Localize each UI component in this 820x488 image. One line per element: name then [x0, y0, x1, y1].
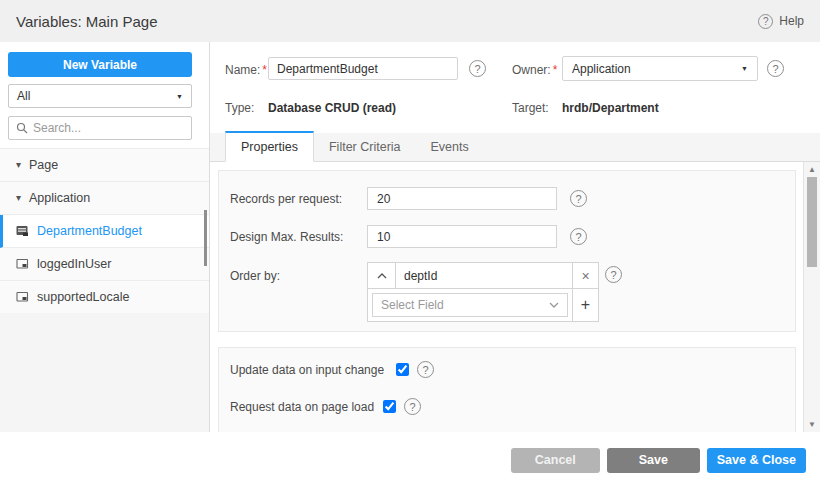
- scroll-up-icon[interactable]: ▲: [804, 165, 820, 174]
- type-label: Type:: [225, 101, 254, 115]
- variable-icon: [16, 291, 29, 303]
- required-asterisk: *: [553, 63, 558, 77]
- remove-order-field-button[interactable]: ×: [572, 263, 598, 288]
- owner-value: Application: [572, 62, 631, 76]
- variables-sidebar: New Variable All ▼ ▾ Page ▾ Application: [0, 42, 210, 432]
- update-on-input-row: Update data on input change ?: [230, 361, 434, 378]
- records-per-request-help-icon[interactable]: ?: [570, 190, 587, 207]
- order-by-label: Order by:: [230, 269, 280, 283]
- chevron-down-icon: [549, 302, 559, 308]
- search-icon: [16, 122, 28, 134]
- request-on-load-checkbox[interactable]: [383, 400, 396, 413]
- caret-down-icon: ▼: [741, 65, 748, 72]
- sidebar-scrollbar-thumb[interactable]: [204, 210, 207, 266]
- help-button[interactable]: ? Help: [758, 14, 804, 29]
- variables-dialog: Variables: Main Page ? Help New Variable…: [0, 0, 820, 488]
- select-field-dropdown[interactable]: Select Field: [372, 293, 568, 317]
- name-help-icon[interactable]: ?: [469, 60, 486, 77]
- order-by-widget: deptId × Select Field +: [367, 262, 599, 322]
- owner-help-icon[interactable]: ?: [767, 60, 784, 77]
- help-label: Help: [779, 14, 804, 28]
- owner-select[interactable]: Application ▼: [562, 56, 758, 81]
- request-on-load-label: Request data on page load: [230, 400, 375, 414]
- search-input[interactable]: [33, 121, 184, 135]
- tree-label: Application: [29, 191, 90, 205]
- scroll-down-icon[interactable]: ▼: [804, 420, 820, 429]
- design-max-results-input[interactable]: [367, 225, 557, 248]
- select-field-placeholder: Select Field: [381, 298, 444, 312]
- variables-tree: ▾ Page ▾ Application DepartmentBudget lo…: [0, 148, 209, 314]
- request-on-load-help-icon[interactable]: ?: [404, 398, 421, 415]
- tree-label: loggedInUser: [37, 257, 111, 271]
- new-variable-button[interactable]: New Variable: [8, 52, 192, 77]
- database-variable-icon: [16, 225, 29, 237]
- data-settings-panel: Records per request: ? Design Max. Resul…: [218, 170, 796, 332]
- cancel-button[interactable]: Cancel: [511, 448, 600, 473]
- tree-item-supportedlocale[interactable]: supportedLocale: [0, 281, 209, 314]
- design-max-results-help-icon[interactable]: ?: [570, 228, 587, 245]
- behavior-panel: Update data on input change ? Request da…: [218, 347, 796, 432]
- dialog-footer: Cancel Save Save & Close: [0, 432, 820, 488]
- variable-detail-pane: Name:* ? Owner:* Application ▼ ? Type: D…: [210, 42, 820, 432]
- variable-filter-select[interactable]: All ▼: [8, 84, 192, 108]
- scrollbar-thumb[interactable]: [807, 177, 817, 267]
- name-input[interactable]: [268, 57, 458, 80]
- variable-filter-value: All: [17, 89, 30, 103]
- save-and-close-button[interactable]: Save & Close: [707, 448, 806, 473]
- help-icon: ?: [758, 14, 773, 29]
- detail-tabs: Properties Filter Criteria Events: [210, 133, 820, 162]
- type-value: Database CRUD (read): [268, 101, 396, 115]
- caret-down-icon: ▼: [176, 93, 183, 100]
- update-on-input-checkbox[interactable]: [396, 363, 409, 376]
- tree-group-page[interactable]: ▾ Page: [0, 149, 209, 182]
- tree-label: supportedLocale: [37, 290, 129, 304]
- sidebar-empty-area: [0, 313, 209, 432]
- request-on-load-row: Request data on page load ?: [230, 398, 421, 415]
- tree-label: Page: [29, 158, 58, 172]
- page-title: Variables: Main Page: [16, 13, 157, 30]
- tree-group-application[interactable]: ▾ Application: [0, 182, 209, 215]
- dialog-header: Variables: Main Page ? Help: [0, 0, 820, 42]
- target-value: hrdb/Department: [562, 101, 659, 115]
- add-order-field-button[interactable]: +: [572, 289, 598, 321]
- order-by-row: deptId ×: [368, 263, 598, 289]
- owner-label: Owner:*: [512, 63, 557, 77]
- tree-label: DepartmentBudget: [37, 224, 142, 238]
- update-on-input-help-icon[interactable]: ?: [417, 361, 434, 378]
- records-per-request-input[interactable]: [367, 187, 557, 210]
- chevron-up-icon: [377, 273, 387, 279]
- caret-down-icon: ▾: [16, 160, 21, 170]
- caret-down-icon: ▾: [16, 193, 21, 203]
- save-button[interactable]: Save: [607, 448, 700, 473]
- order-by-add-row: Select Field +: [368, 289, 598, 321]
- sort-direction-toggle[interactable]: [368, 263, 396, 288]
- update-on-input-label: Update data on input change: [230, 363, 384, 377]
- tab-filter-criteria[interactable]: Filter Criteria: [314, 133, 416, 161]
- tree-item-departmentbudget[interactable]: DepartmentBudget: [0, 215, 209, 248]
- records-per-request-label: Records per request:: [230, 192, 342, 206]
- tab-events[interactable]: Events: [416, 133, 484, 161]
- properties-tab-content: Records per request: ? Design Max. Resul…: [210, 162, 820, 432]
- order-by-field-value[interactable]: deptId: [396, 263, 572, 288]
- content-scrollbar[interactable]: ▲ ▼: [803, 162, 820, 432]
- order-by-help-icon[interactable]: ?: [605, 266, 622, 283]
- design-max-results-label: Design Max. Results:: [230, 230, 343, 244]
- tab-properties[interactable]: Properties: [225, 131, 314, 162]
- variable-icon: [16, 258, 29, 270]
- target-label: Target:: [512, 101, 549, 115]
- name-label: Name:*: [225, 63, 267, 77]
- tree-item-loggedinuser[interactable]: loggedInUser: [0, 248, 209, 281]
- required-asterisk: *: [262, 63, 267, 77]
- variable-search: [8, 116, 192, 140]
